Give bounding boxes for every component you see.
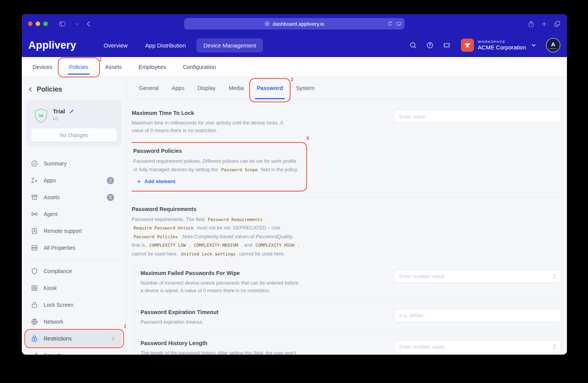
subnav-item-employees[interactable]: Employees — [130, 57, 175, 77]
tab-general[interactable]: General — [132, 77, 165, 99]
tab-overview-icon[interactable] — [554, 20, 561, 28]
kiosk-icon — [31, 284, 38, 292]
code-chip: COMPLEXITY HIGH — [253, 242, 296, 248]
sidebar-item-remote-support[interactable]: Remote support — [26, 223, 122, 239]
section-description: Password requirement policies. Different… — [133, 157, 301, 174]
password-expiration-timeout-input[interactable] — [394, 309, 561, 322]
chevron-right-icon — [109, 336, 117, 342]
url-bar[interactable]: dashboard.applivery.io — [184, 18, 405, 29]
italic-text: PasswordQuality — [256, 234, 292, 239]
sidebar-item-label: Agent — [44, 211, 58, 217]
password-history-length-input[interactable] — [394, 340, 561, 353]
subnav-item-devices[interactable]: Devices — [24, 57, 61, 77]
sidebar-item-restrictions[interactable]: Restrictions2 — [26, 330, 122, 347]
chevron-down-icon[interactable] — [74, 19, 80, 29]
sidebar-menu: SummaryApps2Assets0AgentRemote supportAl… — [26, 155, 122, 355]
sidebar-item-kiosk[interactable]: Kiosk — [26, 280, 122, 296]
assets-icon — [31, 193, 38, 201]
subnav-item-assets[interactable]: Assets — [97, 57, 131, 77]
sidebar-item-label: Restrictions — [44, 336, 72, 342]
help-icon[interactable] — [423, 39, 436, 52]
sidebar-item-apps[interactable]: Apps2 — [26, 172, 122, 189]
tab-label: Media — [229, 85, 244, 91]
subnav-label: Policies — [69, 64, 88, 70]
share-icon[interactable] — [528, 20, 535, 28]
sidebar-item-assets[interactable]: Assets0 — [26, 189, 122, 206]
sidebar-toggle-icon[interactable] — [57, 19, 67, 29]
sidebar-item-security[interactable]: Security — [26, 347, 122, 355]
field-row-password-expiration-timeout: Password Expiration TimeoutPassword expi… — [140, 302, 561, 334]
password-policies-section: 4 Password Policies Password requirement… — [132, 142, 307, 192]
edit-pencil-icon[interactable] — [69, 109, 74, 114]
sidebar-item-lock-screen[interactable]: Lock Screen — [26, 296, 122, 313]
new-tab-icon[interactable] — [541, 20, 548, 28]
sidebar-item-label: All Properties — [44, 245, 75, 251]
android-shield-icon — [34, 108, 48, 124]
sidebar-item-all-properties[interactable]: All Properties — [26, 239, 122, 256]
sidebar-item-agent[interactable]: Agent — [26, 206, 122, 223]
field-description: Number of incorrect device-unlock passwo… — [140, 279, 301, 295]
close-window-button[interactable] — [28, 21, 33, 26]
number-stepper[interactable] — [552, 343, 557, 350]
workspace-name: ACME Corporation — [478, 44, 526, 51]
tab-media[interactable]: Media — [222, 77, 250, 99]
sidebar-item-summary[interactable]: Summary — [26, 155, 122, 172]
tab-apps[interactable]: Apps — [165, 77, 191, 99]
subnav-item-policies[interactable]: Policies1 — [61, 57, 97, 77]
add-element-button[interactable]: Add element — [136, 178, 175, 184]
field-title: Password Expiration Timeout — [140, 309, 301, 315]
reader-view-icon[interactable] — [396, 21, 402, 26]
applivery-logo[interactable]: Applivery — [28, 39, 76, 51]
policy-main-panel: GeneralAppsDisplayMediaPassword3System M… — [126, 77, 567, 355]
zoom-window-button[interactable] — [43, 21, 48, 26]
sidebar-item-network[interactable]: Network — [26, 313, 122, 330]
policy-sidebar: Policies Trial — [22, 77, 126, 355]
sidebar-item-label: Apps — [44, 177, 56, 183]
compliance-icon — [31, 267, 38, 275]
code-chip: Unified Lock Settings — [179, 251, 238, 257]
subnav-label: Configuration — [183, 64, 216, 70]
sidebar-item-label: Kiosk — [44, 285, 57, 291]
user-avatar[interactable]: A applivery — [546, 38, 560, 52]
workspace-switcher[interactable]: WORKSPACE ACME Corporation — [461, 39, 537, 52]
max-time-to-lock-input[interactable] — [394, 110, 561, 123]
count-badge: 0 — [107, 194, 114, 201]
workspace-chevron-icon — [531, 42, 537, 48]
code-chip: Require Password Unlock — [132, 225, 195, 231]
tab-password[interactable]: Password3 — [250, 77, 290, 99]
globe-icon — [265, 21, 270, 26]
primary-nav: OverviewApp DistributionDevice Managemen… — [97, 38, 263, 52]
primary-nav-overview[interactable]: Overview — [97, 38, 135, 52]
tab-display[interactable]: Display — [191, 77, 222, 99]
browser-toolbar: dashboard.applivery.io — [22, 14, 567, 33]
chevron-left-icon — [28, 87, 33, 92]
code-chip: COMPLEXITY LOW — [147, 242, 188, 248]
primary-nav-app-distribution[interactable]: App Distribution — [138, 38, 193, 52]
ticket-icon[interactable] — [440, 39, 453, 52]
subnav-item-configuration[interactable]: Configuration — [175, 57, 224, 77]
search-icon[interactable] — [407, 39, 420, 52]
requirements-fields: Maximum Failed Passwords For WipeNumber … — [134, 264, 561, 355]
number-stepper[interactable] — [552, 273, 557, 280]
maximum-failed-passwords-for-wipe-input[interactable] — [394, 270, 561, 283]
url-text: dashboard.applivery.io — [273, 21, 324, 27]
back-to-policies[interactable]: Policies — [26, 85, 122, 100]
subnav-label: Employees — [139, 64, 166, 70]
back-icon[interactable] — [83, 19, 93, 29]
network-icon — [31, 318, 38, 326]
tab-label: Password — [257, 85, 283, 91]
primary-nav-device-management[interactable]: Device Management — [196, 38, 263, 52]
code-chip: Password Policies — [132, 234, 180, 240]
no-changes-button[interactable]: No changes — [31, 128, 117, 142]
sidebar-item-label: Security — [44, 352, 63, 355]
minimize-window-button[interactable] — [36, 21, 40, 26]
reload-icon[interactable] — [387, 21, 393, 26]
sidebar-item-label: Lock Screen — [44, 302, 74, 308]
tab-system[interactable]: System — [289, 77, 321, 99]
sidebar-item-compliance[interactable]: Compliance — [26, 263, 122, 280]
tab-label: Apps — [172, 85, 185, 91]
toolbar-divider — [70, 20, 70, 27]
policy-name: Trial — [53, 108, 65, 115]
policy-card: Trial v2 No changes — [26, 100, 122, 147]
subnav-label: Assets — [105, 64, 122, 70]
